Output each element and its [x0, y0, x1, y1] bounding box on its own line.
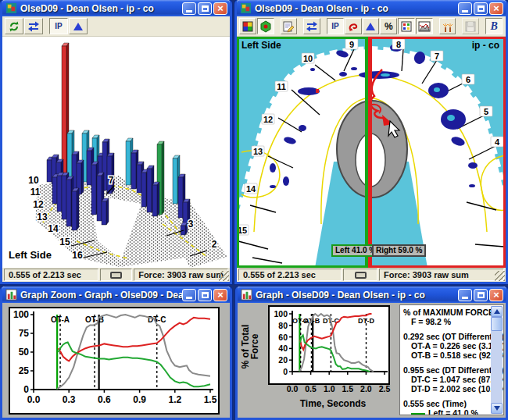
status-mode-cell — [343, 269, 377, 281]
hex-target-button[interactable] — [257, 18, 274, 34]
svg-text:1.5: 1.5 — [204, 394, 217, 405]
desktop: OlseD09 - Dean Olsen - ip - co × IP 1011… — [0, 0, 508, 420]
svg-text:0.3: 0.3 — [63, 394, 76, 405]
svg-text:1.5: 1.5 — [342, 384, 353, 393]
ip-button[interactable]: IP — [49, 18, 68, 34]
scroll-thumb[interactable] — [491, 317, 503, 331]
force-3d-view[interactable]: 10111213141516732Left Side — [2, 37, 230, 268]
ip-button[interactable]: IP — [327, 18, 344, 34]
minimize-button[interactable] — [182, 2, 196, 15]
arch-mode-label: ip - co — [472, 40, 499, 51]
red-pen-icon — [347, 20, 360, 33]
svg-text:7: 7 — [109, 175, 114, 186]
svg-text:25: 25 — [19, 365, 30, 376]
quad-view-button[interactable] — [239, 18, 256, 34]
graph-zoom-content: 02550751000.00.30.60.91.21.5OT-AOT-BDT-C — [2, 303, 230, 418]
maximize-button[interactable] — [198, 2, 212, 15]
titlebar-graph-zoom[interactable]: Graph Zoom - Graph - OlseD09 - Dean ... … — [2, 287, 230, 303]
svg-text:80: 80 — [278, 321, 288, 330]
swap-arrows-button[interactable] — [303, 18, 320, 34]
graph-view-button[interactable] — [416, 18, 433, 34]
scroll-down-button[interactable] — [491, 403, 503, 414]
maximize-button[interactable] — [474, 289, 488, 301]
close-button[interactable]: × — [213, 289, 227, 301]
titlebar-3d[interactable]: OlseD09 - Dean Olsen - ip - co × — [2, 0, 230, 16]
svg-text:7: 7 — [435, 52, 439, 61]
percent-button[interactable]: % — [380, 18, 397, 34]
minimize-button[interactable] — [458, 289, 472, 301]
window-title: Graph - OlseD09 - Dean Olsen - ip - co — [256, 290, 458, 301]
script-b-label: B — [490, 20, 497, 33]
app-icon — [240, 2, 252, 14]
triangle-icon — [364, 20, 377, 33]
svg-text:100: 100 — [274, 309, 288, 319]
close-button[interactable]: × — [489, 2, 503, 15]
svg-text:20: 20 — [278, 355, 288, 365]
save-button[interactable] — [462, 18, 479, 34]
graph-zoom-plot-box[interactable]: 02550751000.00.30.60.91.21.5OT-AOT-BDT-C — [9, 307, 220, 415]
window-3d-force: OlseD09 - Dean Olsen - ip - co × IP 1011… — [0, 0, 232, 284]
svg-text:0.6: 0.6 — [98, 394, 111, 405]
close-button[interactable]: × — [213, 2, 227, 15]
triangle-button[interactable] — [363, 18, 380, 34]
window-title: OlseD09 - Dean Olsen - ip - co — [20, 3, 182, 14]
panel-spacer — [403, 360, 489, 365]
percent-label: % — [385, 21, 393, 32]
refresh-icon — [8, 20, 20, 33]
svg-text:13: 13 — [253, 147, 263, 156]
close-button[interactable]: × — [489, 289, 503, 301]
graph-chart[interactable]: 0204060801000.00.51.01.52.02.5OT-AOT-BDT… — [238, 303, 399, 418]
titlebar-2d[interactable]: OlseD09 - Dean Olsen - ip - co × — [237, 0, 506, 16]
right-percent-badge: Right 59.0 % — [372, 244, 426, 257]
minimize-button[interactable] — [182, 289, 196, 301]
sparkle-button[interactable] — [439, 18, 456, 34]
panel-line: DT-C = 1.047 sec (87.3 %) — [403, 375, 489, 384]
script-b-button[interactable]: B — [485, 18, 503, 34]
svg-text:0.5: 0.5 — [305, 384, 317, 393]
status-bar-3d: 0.555 of 2.213 sec Force: 3903 raw sum — [2, 268, 230, 282]
refresh-button[interactable] — [5, 18, 23, 34]
svg-text:0.9: 0.9 — [133, 394, 146, 405]
panel-line: 0.955 sec (DT Differential) — [403, 365, 489, 375]
scroll-up-button[interactable] — [491, 306, 503, 317]
arch-2d-view[interactable]: 981071161251341415 Left Side ip - co Lef… — [237, 37, 506, 268]
force-stats-panel: % of MAXIMUM FORCEF = 98.2 %0.292 sec (O… — [399, 304, 504, 415]
resize-grip[interactable] — [219, 271, 229, 281]
window-2d-arch: OlseD09 - Dean Olsen - ip - co × IP%B 98… — [234, 0, 508, 284]
svg-text:1.2: 1.2 — [168, 394, 181, 405]
triangle-button[interactable] — [69, 18, 88, 34]
maximize-button[interactable] — [474, 2, 488, 15]
panel-line: F = 98.2 % — [403, 317, 489, 326]
toolbar-3d: IP — [2, 16, 230, 37]
titlebar-graph[interactable]: Graph - OlseD09 - Dean Olsen - ip - co × — [238, 287, 506, 303]
scrollbar[interactable] — [491, 306, 503, 414]
graph-app-icon — [5, 289, 17, 301]
svg-text:12: 12 — [33, 199, 44, 210]
window-graph-zoom: Graph Zoom - Graph - OlseD09 - Dean ... … — [0, 287, 232, 420]
series-left-force- — [59, 343, 210, 387]
swap-arrows-button[interactable] — [24, 18, 43, 34]
svg-text:Force: Force — [249, 333, 260, 359]
force-stats-lines: % of MAXIMUM FORCEF = 98.2 %0.292 sec (O… — [400, 305, 503, 415]
svg-text:15: 15 — [59, 237, 70, 247]
color-grid-button[interactable] — [398, 18, 415, 34]
panel-line: % of MAXIMUM FORCE — [403, 308, 489, 317]
maximize-button[interactable] — [198, 289, 212, 301]
notepad-icon — [282, 20, 295, 33]
svg-text:2.5: 2.5 — [379, 384, 391, 393]
svg-text:OT-A: OT-A — [51, 315, 70, 324]
panel-line: OT-B = 0.518 sec (92.4 %) — [403, 351, 489, 360]
minimize-button[interactable] — [458, 2, 472, 15]
force-3d-chart[interactable]: 10111213141516732Left Side — [2, 37, 230, 268]
graph-zoom-chart[interactable]: 02550751000.00.30.60.91.21.5OT-AOT-BDT-C — [10, 308, 218, 413]
resize-grip[interactable] — [495, 271, 505, 281]
panel-line: Left = 41.0 % — [403, 408, 489, 415]
arch-2d-graphic[interactable]: 981071161251341415 — [237, 37, 506, 268]
svg-text:60: 60 — [278, 333, 288, 342]
notepad-button[interactable] — [281, 18, 298, 34]
red-pen-button[interactable] — [345, 18, 362, 34]
svg-text:Left Side: Left Side — [9, 249, 52, 261]
arch-left-label: Left Side — [241, 40, 281, 51]
svg-text:0: 0 — [283, 367, 288, 376]
svg-text:2.0: 2.0 — [360, 384, 372, 393]
